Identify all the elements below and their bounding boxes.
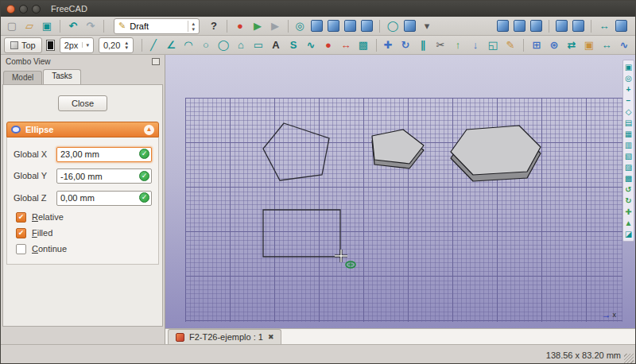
fit-all-icon[interactable]: ◎ xyxy=(623,73,634,83)
downgrade-tool-icon[interactable]: ↓ xyxy=(467,37,483,53)
pan-icon[interactable]: ✚ xyxy=(623,207,634,217)
close-task-button[interactable]: Close xyxy=(58,95,107,111)
iso-view-icon[interactable]: ◇ xyxy=(623,106,634,117)
text-tool-icon[interactable]: A xyxy=(268,37,284,53)
move-tool-icon[interactable]: ✚ xyxy=(380,37,396,53)
polygon-tool-icon[interactable]: ⌂ xyxy=(233,37,249,53)
line-tool-icon[interactable]: ╱ xyxy=(145,37,161,53)
task-section-header[interactable]: Ellipse ▲ xyxy=(6,122,159,137)
working-plane-button[interactable]: Top xyxy=(4,37,42,53)
lower-strip: F2-T26-ejemplo : 1 ✖ xyxy=(1,328,635,344)
line-color-swatch[interactable] xyxy=(46,40,55,51)
shapestring-tool-icon[interactable]: S xyxy=(285,37,301,53)
filled-checkbox-label[interactable]: Filled xyxy=(32,228,52,238)
rotate-view-left-icon[interactable] xyxy=(556,20,568,32)
pentagon-wireframe[interactable] xyxy=(263,123,329,180)
arc-tool-icon[interactable]: ◠ xyxy=(180,37,196,53)
minimize-window-button[interactable] xyxy=(19,5,28,14)
circle-tool-icon[interactable]: ○ xyxy=(198,37,214,53)
dimension-tool-icon[interactable]: ↔ xyxy=(338,37,354,53)
spinner-arrows-icon[interactable]: ▲▼ xyxy=(124,41,129,50)
collapse-section-icon[interactable]: ▲ xyxy=(144,125,154,135)
clipping-plane-icon[interactable] xyxy=(615,20,627,32)
rotate-left-icon[interactable]: ↺ xyxy=(623,184,634,195)
whatsthis-icon[interactable]: ? xyxy=(206,18,222,34)
top-view-icon[interactable]: ▦ xyxy=(623,129,634,139)
maximize-window-button[interactable] xyxy=(32,5,41,14)
front-view-icon[interactable]: ▤ xyxy=(623,118,634,128)
tab-tasks[interactable]: Tasks xyxy=(43,69,81,84)
rotate-right-icon[interactable]: ↻ xyxy=(623,196,634,206)
zoom-out-icon[interactable]: − xyxy=(623,95,634,106)
offset-tool-icon[interactable]: ∥ xyxy=(415,37,431,53)
upgrade-tool-icon[interactable]: ↑ xyxy=(450,37,466,53)
global-x-input[interactable] xyxy=(56,147,152,162)
rectangle-tool-icon[interactable]: ▭ xyxy=(250,37,266,53)
rectangle-wireframe[interactable] xyxy=(263,210,340,257)
filled-checkbox[interactable]: ✔ xyxy=(16,228,26,238)
mirror-tool-icon[interactable]: ⇄ xyxy=(564,37,580,53)
fit-all-icon[interactable]: ◎ xyxy=(292,18,308,34)
rear-view-icon[interactable]: ▧ xyxy=(623,151,634,161)
macro-record-icon[interactable]: ● xyxy=(232,18,248,34)
combo-arrows-icon[interactable]: ▴▾ xyxy=(188,21,195,32)
trim-tool-icon[interactable]: ✂ xyxy=(432,37,448,53)
line-width-select[interactable]: 2px ▾ xyxy=(60,37,94,53)
top-view-icon[interactable] xyxy=(344,20,356,32)
draw-style-icon[interactable] xyxy=(404,20,416,32)
axonometric-view-icon[interactable] xyxy=(311,20,323,32)
relative-checkbox-label[interactable]: Relative xyxy=(32,212,64,222)
workbench-selector[interactable]: ✎ Draft ▴▾ xyxy=(114,18,200,34)
ellipse-tool-icon[interactable]: ◯ xyxy=(215,37,231,53)
draw-style-arrow-icon[interactable]: ▾ xyxy=(419,18,435,34)
lock-view-icon[interactable]: ▣ xyxy=(623,62,634,72)
document-tab[interactable]: F2-T26-ejemplo : 1 ✖ xyxy=(168,329,281,344)
stretch-tool-icon[interactable]: ↔ xyxy=(599,37,615,53)
right-view-icon[interactable]: ▥ xyxy=(623,140,634,150)
macro-play-icon[interactable]: ▶ xyxy=(250,18,266,34)
zoom-in-icon[interactable]: + xyxy=(623,84,634,95)
undo-icon[interactable]: ↶ xyxy=(65,18,81,34)
resize-grip[interactable] xyxy=(624,354,634,363)
snap-radius-spinbox[interactable]: 0,20 ▲▼ xyxy=(99,37,134,53)
save-icon[interactable]: ▣ xyxy=(39,18,55,34)
continue-checkbox-label[interactable]: Continue xyxy=(32,244,67,254)
trimetric-view-icon[interactable] xyxy=(530,20,542,32)
edit-tool-icon[interactable]: ✎ xyxy=(502,37,518,53)
3d-viewport[interactable]: ▣◎+−◇▤▦▥▧▨▩↺↻✚▲◪ → x xyxy=(165,55,635,328)
global-y-input[interactable] xyxy=(56,168,152,184)
polyline-tool-icon[interactable]: ∠ xyxy=(163,37,179,53)
close-window-button[interactable] xyxy=(6,5,15,14)
bspline-convert-tool-icon[interactable]: ∿ xyxy=(616,37,632,53)
float-panel-icon[interactable] xyxy=(152,58,160,65)
point-tool-icon[interactable]: ● xyxy=(320,37,336,53)
measure-distance-icon[interactable]: ↔ xyxy=(596,18,612,34)
redo-icon[interactable]: ↷ xyxy=(83,18,99,34)
close-document-icon[interactable]: ✖ xyxy=(268,333,274,341)
walk-icon[interactable]: ▲ xyxy=(623,218,634,228)
tab-model[interactable]: Model xyxy=(3,71,42,84)
relative-checkbox[interactable]: ✔ xyxy=(16,212,26,223)
polar-array-tool-icon[interactable]: ⊛ xyxy=(546,37,562,53)
rotate-tool-icon[interactable]: ↻ xyxy=(398,37,413,53)
zoom-icon[interactable]: ◯ xyxy=(385,18,401,34)
iso-view-icon[interactable] xyxy=(497,20,509,32)
bottom-view-icon[interactable]: ▨ xyxy=(623,162,634,172)
global-z-input[interactable] xyxy=(56,191,152,206)
working-plane-label: Top xyxy=(21,41,36,50)
rotate-view-right-icon[interactable] xyxy=(572,20,584,32)
clip-icon[interactable]: ◪ xyxy=(623,229,634,239)
scale-tool-icon[interactable]: ◱ xyxy=(485,37,501,53)
macro-debug-icon[interactable]: ▶ xyxy=(267,18,283,34)
dimetric-view-icon[interactable] xyxy=(514,20,525,32)
bspline-tool-icon[interactable]: ∿ xyxy=(303,37,319,53)
right-view-icon[interactable] xyxy=(361,20,373,32)
front-view-icon[interactable] xyxy=(328,20,339,32)
facebinder-tool-icon[interactable]: ▩ xyxy=(355,37,371,53)
new-document-icon[interactable]: ▢ xyxy=(4,18,20,34)
clone-tool-icon[interactable]: ▣ xyxy=(581,37,597,53)
array-tool-icon[interactable]: ⊞ xyxy=(529,37,545,53)
continue-checkbox[interactable] xyxy=(16,244,26,254)
open-file-icon[interactable]: ▱ xyxy=(21,18,37,34)
left-view-icon[interactable]: ▩ xyxy=(623,173,634,184)
